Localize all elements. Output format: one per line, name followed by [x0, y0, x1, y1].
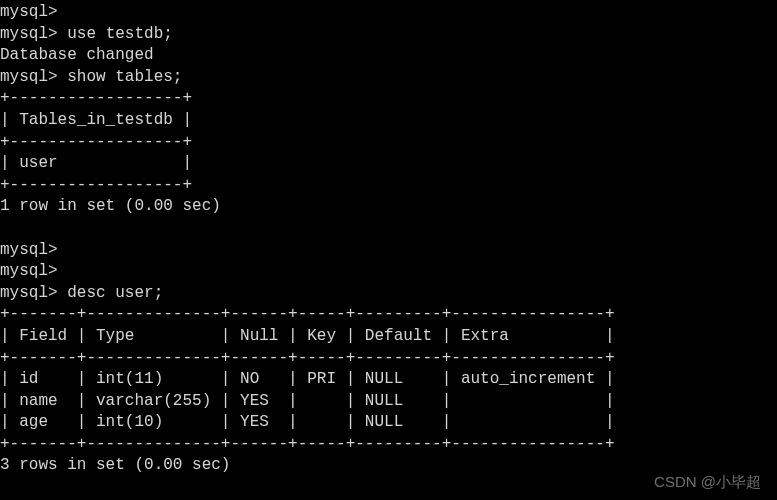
prompt: mysql>: [0, 262, 58, 280]
command-line[interactable]: mysql> use testdb;: [0, 24, 777, 46]
command-line[interactable]: mysql> show tables;: [0, 67, 777, 89]
prompt-line[interactable]: mysql>: [0, 2, 777, 24]
spacer: [58, 68, 68, 86]
command-text: show tables;: [67, 68, 182, 86]
prompt: mysql>: [0, 284, 58, 302]
prompt: mysql>: [0, 25, 58, 43]
db-changed-msg: Database changed: [0, 46, 154, 64]
watermark: CSDN @小毕超: [654, 472, 761, 492]
table-border: +------------------+: [0, 132, 777, 154]
command-text: desc user;: [67, 284, 163, 302]
table-row: | name | varchar(255) | YES | | NULL | |: [0, 391, 777, 413]
spacer: [58, 284, 68, 302]
output-line: Database changed: [0, 45, 777, 67]
table-border: +------------------+: [0, 88, 777, 110]
table-border: +------------------+: [0, 175, 777, 197]
table-header: | Field | Type | Null | Key | Default | …: [0, 326, 777, 348]
command-text: use testdb;: [67, 25, 173, 43]
table-header: | Tables_in_testdb |: [0, 110, 777, 132]
command-line[interactable]: mysql> desc user;: [0, 283, 777, 305]
prompt: mysql>: [0, 241, 58, 259]
blank-line: [0, 218, 777, 240]
table-row: | user |: [0, 153, 777, 175]
table-border: +-------+--------------+------+-----+---…: [0, 434, 777, 456]
table-row: | age | int(10) | YES | | NULL | |: [0, 412, 777, 434]
prompt: mysql>: [0, 3, 58, 21]
table-border: +-------+--------------+------+-----+---…: [0, 348, 777, 370]
prompt-line[interactable]: mysql>: [0, 261, 777, 283]
result-summary: 1 row in set (0.00 sec): [0, 196, 777, 218]
table-border: +-------+--------------+------+-----+---…: [0, 304, 777, 326]
spacer: [58, 25, 68, 43]
prompt: mysql>: [0, 68, 58, 86]
table-row: | id | int(11) | NO | PRI | NULL | auto_…: [0, 369, 777, 391]
prompt-line[interactable]: mysql>: [0, 240, 777, 262]
